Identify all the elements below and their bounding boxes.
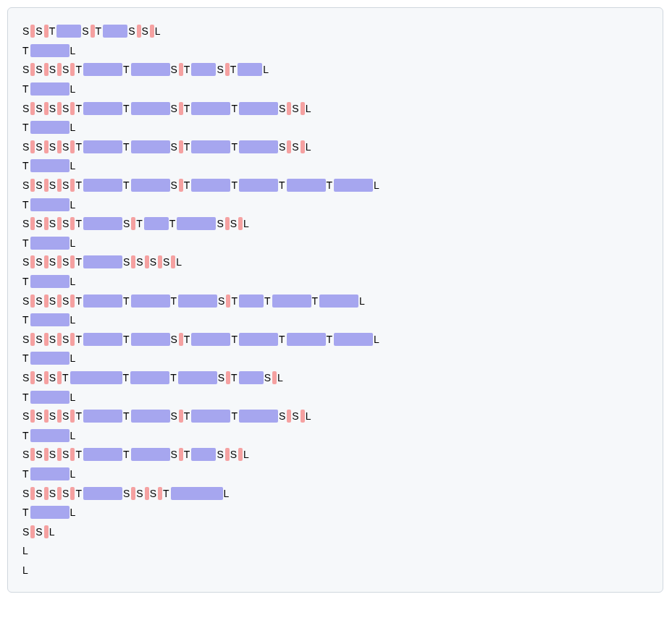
token-label-s: S	[292, 410, 298, 423]
pink-bar	[238, 448, 243, 461]
token-label-l: L	[70, 352, 76, 365]
token-label-t: T	[22, 198, 29, 211]
token-label-s: S	[49, 295, 56, 308]
purple-bar	[178, 371, 217, 384]
pink-bar	[70, 255, 75, 268]
token-label-l: L	[70, 391, 76, 404]
token-line: TL	[22, 117, 648, 137]
pink-bar	[131, 255, 135, 268]
token-line: SSSSTTSTTTTL	[22, 329, 648, 349]
token-label-t: T	[231, 179, 238, 192]
token-line: SSSSTTSTTTTL	[22, 175, 648, 195]
pink-bar	[179, 63, 183, 76]
token-label-s: S	[35, 448, 42, 461]
pink-bar	[137, 25, 141, 38]
token-label-s: S	[150, 487, 156, 500]
pink-bar	[44, 487, 49, 500]
token-label-t: T	[22, 121, 29, 134]
pink-bar	[171, 255, 175, 268]
token-label-s: S	[35, 63, 42, 76]
token-label-t: T	[184, 448, 190, 461]
pink-bar	[287, 102, 291, 115]
token-label-t: T	[327, 179, 333, 192]
token-label-s: S	[49, 255, 56, 268]
token-label-t: T	[163, 487, 169, 500]
token-label-s: S	[35, 410, 42, 423]
token-label-s: S	[22, 525, 29, 538]
token-line: SSSSTTSTTSSL	[22, 137, 648, 156]
token-label-s: S	[62, 295, 69, 308]
token-label-t: T	[22, 82, 29, 96]
purple-bar	[178, 295, 217, 308]
purple-bar	[144, 217, 169, 230]
pink-bar	[30, 333, 35, 346]
token-label-l: L	[70, 467, 76, 480]
token-label-s: S	[22, 255, 29, 268]
token-line: TL	[22, 502, 648, 522]
pink-bar	[226, 295, 230, 308]
pink-bar	[44, 410, 49, 423]
purple-bar	[191, 410, 230, 423]
pink-bar	[57, 410, 62, 423]
token-label-l: L	[176, 255, 182, 268]
token-label-l: L	[155, 25, 161, 38]
token-label-s: S	[49, 371, 56, 384]
token-label-t: T	[123, 295, 130, 308]
token-label-l: L	[22, 544, 28, 557]
token-label-t: T	[264, 295, 271, 308]
token-label-s: S	[35, 102, 42, 115]
purple-bar	[239, 295, 264, 308]
token-label-t: T	[231, 140, 238, 153]
token-label-t: T	[327, 333, 333, 346]
token-label-t: T	[123, 410, 130, 423]
token-label-t: T	[136, 217, 143, 230]
token-label-s: S	[22, 487, 29, 500]
token-line: SSTSTSSL	[22, 21, 648, 41]
pink-bar	[44, 217, 49, 230]
purple-bar	[83, 102, 122, 115]
token-label-s: S	[22, 295, 29, 308]
token-label-t: T	[184, 410, 190, 423]
token-label-t: T	[184, 333, 190, 346]
token-label-s: S	[49, 217, 56, 230]
token-label-l: L	[70, 275, 76, 288]
purple-bar	[56, 25, 81, 38]
token-label-s: S	[171, 140, 177, 153]
token-line: SSSSTTSTSTL	[22, 59, 648, 79]
token-line: SSL	[22, 521, 648, 541]
token-label-l: L	[374, 179, 379, 192]
token-label-s: S	[49, 410, 56, 423]
token-label-t: T	[22, 352, 29, 365]
purple-bar	[131, 63, 170, 76]
token-label-t: T	[171, 295, 177, 308]
pink-bar	[44, 448, 49, 461]
purple-bar	[131, 448, 170, 461]
pink-bar	[225, 448, 230, 461]
pink-bar	[44, 525, 49, 538]
purple-bar	[30, 198, 70, 211]
purple-bar	[30, 467, 70, 480]
pink-bar	[150, 25, 154, 38]
pink-bar	[70, 63, 75, 76]
token-label-s: S	[62, 255, 69, 268]
purple-bar	[238, 63, 262, 76]
token-label-t: T	[22, 391, 29, 404]
purple-bar	[131, 140, 170, 153]
pink-bar	[57, 371, 62, 384]
token-label-l: L	[306, 102, 311, 115]
pink-bar	[57, 63, 62, 76]
token-label-t: T	[75, 410, 82, 423]
token-label-t: T	[184, 140, 190, 153]
token-label-s: S	[292, 140, 298, 153]
purple-bar	[239, 371, 264, 384]
token-label-t: T	[75, 179, 82, 192]
token-label-s: S	[218, 371, 224, 384]
token-label-t: T	[231, 102, 238, 115]
pink-bar	[44, 140, 49, 153]
token-label-s: S	[62, 140, 69, 153]
token-label-s: S	[49, 333, 56, 346]
token-label-s: S	[171, 448, 177, 461]
purple-bar	[83, 63, 122, 76]
token-label-s: S	[49, 140, 56, 153]
pink-bar	[70, 333, 75, 346]
